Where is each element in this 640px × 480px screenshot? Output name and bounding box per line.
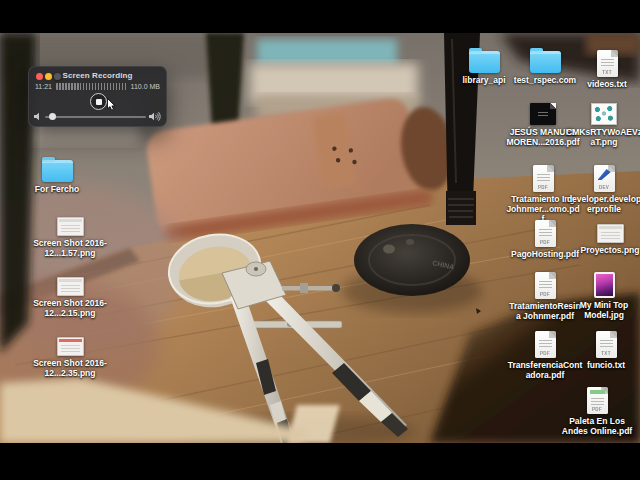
folder-icon — [469, 51, 500, 73]
desktop-icon-screenshot-3[interactable]: Screen Shot 2016-12...2.35.png — [31, 337, 109, 378]
desktop-icon-paleta-pdf[interactable]: PDF Paleta En Los Andes Online.pdf — [558, 387, 636, 436]
desktop-icon-screenshot-1[interactable]: Screen Shot 2016-12...1.57.png — [31, 217, 109, 258]
icon-label: Proyectos.png — [580, 245, 639, 255]
desktop-icon-proyectos-png[interactable]: Proyectos.png — [571, 224, 640, 255]
desktop-icon-videos-txt[interactable]: TXT videos.txt — [568, 50, 640, 89]
desktop[interactable]: CHINA — [0, 33, 640, 443]
screenshot-thumbnail-icon — [57, 217, 84, 236]
icon-label: library_api — [463, 75, 506, 85]
photo-file-icon — [594, 272, 615, 298]
icon-label: Screen Shot 2016-12...2.35.png — [32, 358, 108, 378]
desktop-icon-my-mini-top-model-jpg[interactable]: My Mini Top Model.jpg — [565, 272, 640, 320]
audio-level-meter — [56, 83, 127, 90]
screenshot-thumbnail-icon — [57, 337, 84, 356]
desktop-icon-funcio-txt[interactable]: TXT funcio.txt — [567, 331, 640, 370]
volume-slider[interactable] — [34, 112, 161, 121]
letterbox-bottom — [0, 443, 640, 480]
letterbox-top — [0, 0, 640, 33]
icon-label: Screen Shot 2016-12...2.15.png — [32, 298, 108, 318]
screenshot-thumbnail-icon — [597, 224, 624, 243]
desktop-icon-screenshot-2[interactable]: Screen Shot 2016-12...2.15.png — [31, 277, 109, 318]
desktop-icon-for-fercho[interactable]: For Fercho — [18, 160, 96, 194]
pdf-file-icon: PDF — [587, 387, 608, 414]
icon-label: My Mini Top Model.jpg — [566, 300, 640, 320]
window-title: Screen Recording — [29, 71, 166, 80]
dark-document-icon — [530, 103, 556, 125]
icon-label: Paleta En Los Andes Online.pdf — [559, 416, 635, 436]
recording-time: 11:21 — [35, 83, 52, 90]
image-file-icon — [591, 103, 617, 125]
screenshot-thumbnail-icon — [57, 277, 84, 296]
icon-label: developer.developerprofile — [566, 194, 640, 214]
stop-recording-button[interactable] — [90, 93, 107, 110]
speaker-max-icon — [149, 112, 161, 121]
text-file-icon: TXT — [597, 50, 618, 77]
pdf-file-icon: PDF — [535, 272, 556, 299]
pdf-file-icon: PDF — [533, 165, 554, 192]
folder-icon — [42, 160, 73, 182]
volume-track[interactable] — [45, 116, 146, 118]
icon-label: For Fercho — [35, 184, 79, 194]
folder-icon — [530, 51, 561, 73]
desktop-icon-cmks-png[interactable]: CMKsRTYWoAEVzaT.png — [565, 103, 640, 147]
developer-profile-icon: DEV — [594, 165, 615, 192]
icon-label: CMKsRTYWoAEVzaT.png — [566, 127, 640, 147]
recording-file-size: 110.0 MB — [131, 83, 160, 90]
desktop-icon-developer-profile[interactable]: DEV developer.developerprofile — [565, 165, 640, 214]
stop-icon — [96, 99, 102, 105]
mouse-cursor-icon — [107, 98, 116, 111]
volume-knob[interactable] — [49, 113, 56, 120]
pdf-file-icon: PDF — [535, 220, 556, 247]
screen: CHINA — [0, 0, 640, 480]
pdf-file-icon: PDF — [535, 331, 556, 358]
icon-label: videos.txt — [587, 79, 627, 89]
icon-label: Screen Shot 2016-12...1.57.png — [32, 238, 108, 258]
icon-label: PagoHosting.pdf — [511, 249, 579, 259]
text-file-icon: TXT — [596, 331, 617, 358]
screen-recording-window[interactable]: Screen Recording 11:21 110.0 MB — [28, 66, 167, 127]
icon-label: funcio.txt — [587, 360, 625, 370]
icon-label: test_rspec.com — [514, 75, 576, 85]
speaker-min-icon — [34, 112, 42, 121]
